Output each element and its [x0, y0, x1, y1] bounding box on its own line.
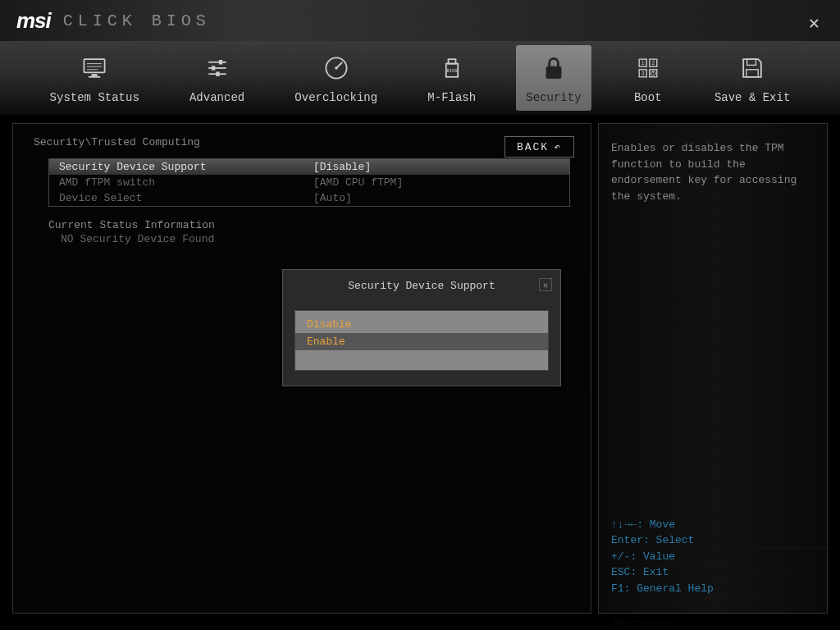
monitor-icon: [78, 52, 111, 84]
nav-label: Boot: [634, 91, 662, 104]
nav-label: Advanced: [189, 91, 244, 104]
nav-label: Overclocking: [294, 91, 377, 104]
nav-advanced[interactable]: Advanced: [180, 45, 254, 111]
breadcrumb: Security\Trusted Computing: [34, 136, 570, 148]
nav-overclocking[interactable]: Overclocking: [285, 45, 387, 111]
svg-rect-3: [84, 59, 105, 72]
setting-amd-ftpm-switch[interactable]: AMD fTPM switch [AMD CPU fTPM]: [49, 175, 569, 190]
close-icon[interactable]: ✕: [809, 12, 819, 34]
help-panel: Enables or disables the TPM function to …: [598, 123, 828, 614]
hint-value: +/-: Value: [611, 549, 815, 565]
modal-body: Disable Enable: [294, 310, 549, 371]
nav-label: M-Flash: [427, 91, 476, 104]
svg-text:3: 3: [641, 71, 645, 77]
app-title: CLICK BIOS: [63, 11, 211, 30]
svg-text:2: 2: [651, 61, 655, 66]
svg-rect-7: [92, 74, 98, 76]
setting-security-device-support[interactable]: Security Device Support [Disable]: [49, 159, 569, 175]
gauge-icon: [320, 52, 353, 84]
svg-rect-10: [218, 60, 222, 64]
hint-move: ↑↓→←: Move: [611, 517, 815, 533]
option-disable[interactable]: Disable: [295, 316, 548, 333]
usb-icon: BIOS: [436, 52, 468, 84]
keypad-icon: 123: [632, 52, 664, 84]
setting-value: [AMD CPU fTPM]: [313, 176, 559, 189]
nav-mflash[interactable]: BIOS M-Flash: [418, 45, 486, 111]
option-modal: Security Device Support ✕ Disable Enable: [282, 269, 561, 386]
svg-rect-21: [546, 66, 561, 78]
nav-system-status[interactable]: System Status: [40, 45, 149, 111]
nav-label: System Status: [50, 91, 139, 104]
status-line: NO Security Device Found: [48, 233, 570, 245]
status-heading: Current Status Information: [48, 219, 570, 231]
title-bar: msi CLICK BIOS ✕: [0, 0, 840, 41]
nav-bar: System Status Advanced Overclocking BIOS…: [0, 41, 840, 115]
svg-rect-14: [216, 72, 220, 76]
setting-label: Security Device Support: [59, 161, 313, 173]
nav-label: Security: [526, 91, 581, 104]
setting-device-select[interactable]: Device Select [Auto]: [49, 190, 569, 206]
settings-list: Security Device Support [Disable] AMD fT…: [48, 158, 570, 207]
modal-title: Security Device Support: [348, 280, 495, 292]
hint-exit: ESC: Exit: [611, 564, 815, 581]
undo-icon: ↶: [554, 140, 562, 153]
nav-security[interactable]: Security: [516, 45, 591, 111]
modal-header: Security Device Support ✕: [283, 270, 560, 302]
help-text: Enables or disables the TPM function to …: [611, 140, 815, 204]
back-button[interactable]: BACK ↶: [504, 136, 574, 158]
lock-icon: [537, 52, 570, 84]
svg-text:BIOS: BIOS: [446, 69, 457, 74]
msi-logo: msi: [16, 8, 51, 34]
nav-save-exit[interactable]: Save & Exit: [705, 45, 800, 111]
setting-value: [Disable]: [313, 161, 559, 173]
setting-value: [Auto]: [313, 192, 559, 204]
key-hints: ↑↓→←: Move Enter: Select +/-: Value ESC:…: [611, 517, 815, 597]
sliders-icon: [201, 52, 234, 84]
modal-close-icon[interactable]: ✕: [539, 278, 552, 291]
nav-label: Save & Exit: [714, 91, 790, 104]
svg-rect-31: [747, 59, 756, 65]
svg-rect-8: [89, 76, 100, 78]
svg-point-17: [335, 66, 338, 70]
setting-label: Device Select: [59, 192, 313, 204]
back-label: BACK: [517, 141, 549, 153]
svg-rect-32: [746, 70, 758, 77]
option-enable[interactable]: Enable: [295, 333, 548, 350]
hint-help: F1: General Help: [611, 581, 815, 597]
hint-select: Enter: Select: [611, 532, 815, 549]
nav-boot[interactable]: 123 Boot: [622, 45, 674, 111]
setting-label: AMD fTPM switch: [59, 176, 313, 189]
svg-rect-19: [448, 59, 455, 63]
floppy-icon: [736, 52, 769, 84]
svg-text:1: 1: [641, 61, 645, 66]
svg-rect-12: [211, 66, 215, 70]
